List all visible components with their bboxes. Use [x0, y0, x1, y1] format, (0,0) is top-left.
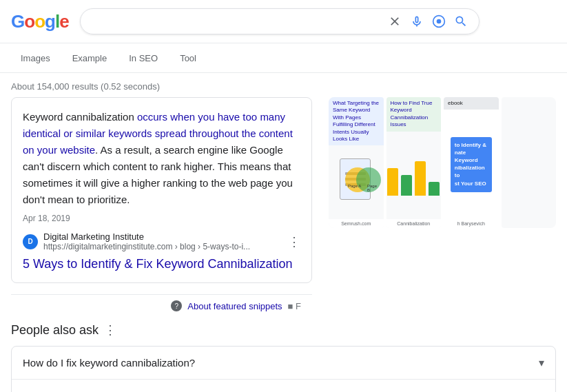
- main-content: Keyword cannibalization occurs when you …: [0, 97, 567, 317]
- search-button[interactable]: [454, 14, 468, 28]
- search-input[interactable]: keyword cannibalization: [92, 15, 380, 28]
- results-area: Keyword cannibalization occurs when you …: [11, 97, 312, 317]
- tab-example[interactable]: Example: [63, 46, 117, 72]
- image-strip: What Targeting the Same Keyword With Pag…: [329, 97, 556, 228]
- image-card-4-partial: [502, 97, 557, 228]
- header: Google keyword cannibalization: [0, 0, 567, 43]
- about-snippet-bar: ? About featured snippets ■ F: [11, 294, 312, 317]
- voice-search-button[interactable]: [410, 14, 424, 28]
- help-icon: ?: [171, 300, 182, 311]
- image-card-3-footer: h Barysevich: [444, 219, 499, 228]
- chevron-down-icon-1: ▾: [539, 389, 544, 392]
- image-card-1-header: What Targeting the Same Keyword With Pag…: [329, 97, 384, 145]
- image-card-2[interactable]: How to Find True Keyword Cannibalization…: [386, 97, 442, 228]
- snippet-source: D Digital Marketing Institute https://di…: [23, 231, 300, 251]
- tab-tool[interactable]: Tool: [170, 46, 206, 72]
- people-also-ask-section: People also ask ⋮ How do I fix keyword c…: [0, 322, 567, 392]
- svg-point-1: [436, 19, 441, 24]
- tab-in-seo[interactable]: In SEO: [119, 46, 167, 72]
- search-tabs: Images Example In SEO Tool: [0, 43, 567, 73]
- source-name: Digital Marketing Institute: [43, 231, 282, 242]
- image-card-3-body: to Identify &nate Keywordnibalization to…: [444, 110, 499, 219]
- image-card-1[interactable]: What Targeting the Same Keyword With Pag…: [329, 97, 384, 228]
- paa-title: People also ask: [11, 323, 99, 338]
- paa-header: People also ask ⋮: [11, 322, 556, 338]
- clear-button[interactable]: [388, 14, 402, 28]
- paa-item-1[interactable]: Is keyword cannibalization good or bad? …: [12, 380, 555, 392]
- search-icon: [454, 14, 468, 28]
- image-card-3[interactable]: ebook to Identify &nate Keywordnibalizat…: [444, 97, 499, 228]
- lens-icon: [432, 14, 446, 28]
- tab-images[interactable]: Images: [11, 46, 60, 72]
- source-url: https://digitalmarketinginstitute.com › …: [43, 242, 282, 251]
- image-card-1-body: Page A Page B: [329, 145, 384, 219]
- results-count: About 154,000 results (0.52 seconds): [0, 73, 567, 97]
- image-card-3-header: ebook: [444, 97, 499, 110]
- paa-menu-button[interactable]: ⋮: [104, 322, 116, 338]
- paa-item-0[interactable]: How do I fix keyword cannibalization? ▾: [12, 347, 555, 380]
- source-info: Digital Marketing Institute https://digi…: [43, 231, 282, 251]
- google-logo: Google: [11, 11, 69, 32]
- snippet-text: Keyword cannibalization occurs when you …: [23, 109, 300, 208]
- image-search-button[interactable]: [432, 14, 446, 28]
- chevron-down-icon-0: ▾: [539, 356, 544, 369]
- close-icon: [388, 14, 402, 28]
- bar-chart: [386, 154, 442, 196]
- snippet-text-prefix: Keyword cannibalization: [23, 111, 137, 123]
- search-icons: [388, 14, 468, 28]
- image-card-2-footer: Cannibalization: [386, 219, 442, 228]
- source-favicon: D: [23, 234, 38, 249]
- image-card-1-footer: Semrush.com: [329, 219, 384, 228]
- image-card-2-header: How to Find True Keyword Cannibalization…: [386, 97, 442, 132]
- paa-question-0: How do I fix keyword cannibalization?: [23, 357, 195, 369]
- microphone-icon: [410, 14, 424, 28]
- about-featured-snippets-link[interactable]: About featured snippets: [187, 301, 282, 311]
- book-cover: to Identify &nate Keywordnibalization to…: [451, 137, 492, 192]
- snippet-date: Apr 18, 2019: [23, 214, 300, 223]
- featured-snippet: Keyword cannibalization occurs when you …: [11, 97, 312, 283]
- image-card-2-body: [386, 132, 442, 219]
- source-menu-button[interactable]: ⋮: [288, 234, 300, 249]
- result-link[interactable]: 5 Ways to Identify & Fix Keyword Canniba…: [23, 257, 300, 271]
- featured-image-area: What Targeting the Same Keyword With Pag…: [329, 97, 556, 317]
- paa-items-list: How do I fix keyword cannibalization? ▾ …: [11, 346, 556, 392]
- search-bar: keyword cannibalization: [80, 8, 480, 34]
- feedback-label: ■ F: [288, 301, 301, 311]
